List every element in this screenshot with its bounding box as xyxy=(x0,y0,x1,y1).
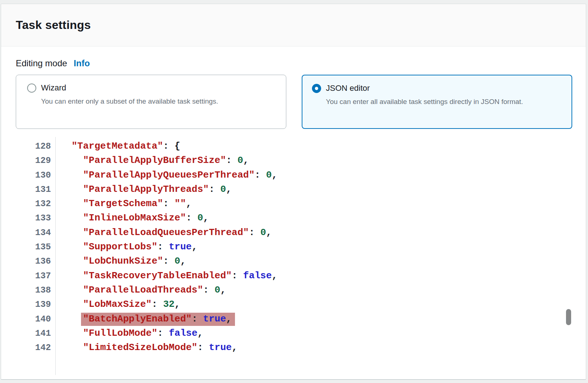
code-line[interactable]: 140 "BatchApplyEnabled": true, xyxy=(16,312,586,326)
code-line[interactable]: 141 "FullLobMode": false, xyxy=(16,326,586,341)
code-line-text: "TaskRecoveryTableEnabled": false, xyxy=(55,269,278,283)
panel-title: Task settings xyxy=(16,18,91,32)
line-number: 137 xyxy=(16,269,55,283)
wizard-option-head: Wizard xyxy=(27,83,276,93)
json-editor-option-head: JSON editor xyxy=(312,83,561,93)
code-line[interactable]: 133 "InlineLobMaxSize": 0, xyxy=(16,211,586,225)
json-editor-option-card[interactable]: JSON editor You can enter all available … xyxy=(302,75,572,129)
task-settings-panel: Task settings Editing mode Info Wizard Y… xyxy=(1,4,586,380)
code-line-text: "LobChunkSize": 0, xyxy=(55,254,186,268)
line-number: 129 xyxy=(16,153,55,168)
wizard-option-card[interactable]: Wizard You can enter only a subset of th… xyxy=(16,75,286,129)
wizard-option-label: Wizard xyxy=(41,83,66,93)
json-editor-option-label: JSON editor xyxy=(326,83,370,93)
line-number: 138 xyxy=(16,283,55,297)
wizard-radio-button[interactable] xyxy=(27,83,36,93)
editing-mode-row: Editing mode Info xyxy=(16,58,586,68)
code-line[interactable]: 132 "TargetSchema": "", xyxy=(16,197,586,211)
code-line-text: "TargetSchema": "", xyxy=(55,197,192,211)
code-line[interactable]: 137 "TaskRecoveryTableEnabled": false, xyxy=(16,269,586,283)
line-number: 141 xyxy=(16,326,55,341)
line-number: 139 xyxy=(16,297,55,312)
editor-scrollbar-thumb[interactable] xyxy=(566,309,571,325)
line-number: 128 xyxy=(16,139,55,153)
line-number: 132 xyxy=(16,197,55,211)
code-line[interactable]: 136 "LobChunkSize": 0, xyxy=(16,254,586,268)
json-editor-option-description: You can enter all available task setting… xyxy=(326,95,531,108)
code-line-text: "LimitedSizeLobMode": true, xyxy=(55,341,238,355)
code-line-text: "BatchApplyEnabled": true, xyxy=(55,312,235,326)
info-link[interactable]: Info xyxy=(74,58,90,68)
code-line[interactable]: 129 "ParallelApplyBufferSize": 0, xyxy=(16,153,586,168)
code-line[interactable]: 128 "TargetMetadata": { xyxy=(16,139,586,153)
code-line-text: "LobMaxSize": 32, xyxy=(55,297,180,312)
code-line-text: "ParallelApplyBufferSize": 0, xyxy=(55,153,249,168)
code-line-text: "ParallelLoadQueuesPerThread": 0, xyxy=(55,226,272,240)
line-number: 135 xyxy=(16,240,55,254)
highlighted-code: "BatchApplyEnabled": true, xyxy=(81,313,235,326)
wizard-option-description: You can enter only a subset of the avail… xyxy=(41,95,276,108)
code-line-text: "SupportLobs": true, xyxy=(55,240,198,254)
json-editor-code[interactable]: 128 "TargetMetadata": {129 "ParallelAppl… xyxy=(16,139,586,355)
line-number: 131 xyxy=(16,182,55,197)
editing-mode-label: Editing mode xyxy=(16,58,67,68)
code-line[interactable]: 139 "LobMaxSize": 32, xyxy=(16,297,586,312)
code-line[interactable]: 138 "ParallelLoadThreads": 0, xyxy=(16,283,586,297)
code-line[interactable]: 142 "LimitedSizeLobMode": true, xyxy=(16,341,586,355)
editing-mode-options: Wizard You can enter only a subset of th… xyxy=(16,75,586,129)
code-line-text: "FullLobMode": false, xyxy=(55,326,203,341)
line-number: 134 xyxy=(16,226,55,240)
panel-header: Task settings xyxy=(1,4,586,47)
line-number: 133 xyxy=(16,211,55,225)
code-line-text: "InlineLobMaxSize": 0, xyxy=(55,211,209,225)
panel-content: Editing mode Info Wizard You can enter o… xyxy=(1,58,586,355)
line-number: 142 xyxy=(16,341,55,355)
code-line[interactable]: 131 "ParallelApplyThreads": 0, xyxy=(16,182,586,197)
line-number: 136 xyxy=(16,254,55,268)
json-editor-radio-button[interactable] xyxy=(312,84,321,93)
code-line-text: "ParallelLoadThreads": 0, xyxy=(55,283,226,297)
code-line-text: "TargetMetadata": { xyxy=(55,139,180,153)
code-line[interactable]: 134 "ParallelLoadQueuesPerThread": 0, xyxy=(16,226,586,240)
gutter-divider xyxy=(55,137,56,375)
code-line[interactable]: 135 "SupportLobs": true, xyxy=(16,240,586,254)
code-line-text: "ParallelApplyQueuesPerThread": 0, xyxy=(55,168,278,182)
code-line[interactable]: 130 "ParallelApplyQueuesPerThread": 0, xyxy=(16,168,586,182)
line-number: 130 xyxy=(16,168,55,182)
code-line-text: "ParallelApplyThreads": 0, xyxy=(55,182,232,197)
line-number: 140 xyxy=(16,312,55,326)
